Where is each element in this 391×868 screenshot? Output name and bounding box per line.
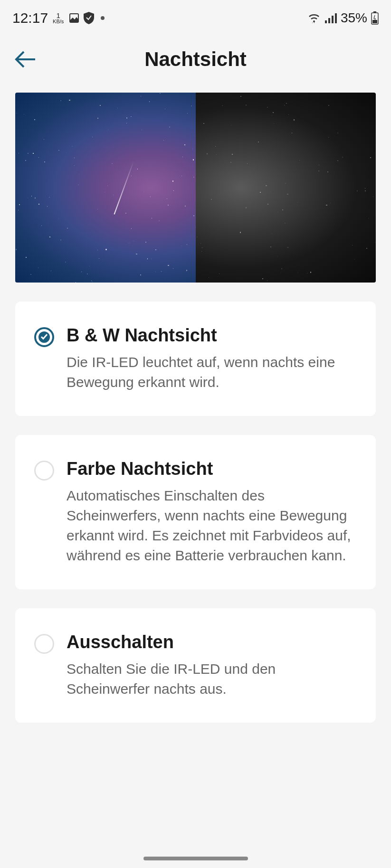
header: Nachtsicht [0, 33, 391, 85]
svg-rect-4 [332, 16, 334, 23]
signal-icon [324, 13, 337, 23]
status-time: 12:17 [12, 10, 48, 26]
notification-dot-icon [101, 16, 105, 20]
status-icons-left [68, 12, 105, 24]
option-desc: Automatisches Einschalten des Scheinwerf… [67, 486, 357, 566]
preview-color [15, 93, 196, 283]
status-bar: 12:17 1 KB/s ↓↑ 35% [0, 0, 391, 33]
check-icon [40, 333, 48, 340]
svg-text:↓↑: ↓↑ [311, 21, 315, 23]
status-left: 12:17 1 KB/s [12, 10, 105, 26]
image-icon [68, 12, 80, 24]
options-list: B & W Nachtsicht Die IR-LED leuchtet auf… [0, 302, 391, 723]
nav-bar-handle[interactable] [143, 857, 248, 860]
option-desc: Die IR-LED leuchtet auf, wenn nachts ein… [67, 352, 357, 392]
svg-rect-7 [373, 11, 376, 13]
option-content: Farbe Nachtsicht Automatisches Einschalt… [67, 459, 357, 566]
svg-rect-5 [335, 13, 337, 23]
kbs-value: 1 [57, 12, 60, 19]
status-right: ↓↑ 35% [307, 10, 379, 26]
meteor-icon [114, 160, 134, 214]
radio-unselected[interactable] [34, 634, 54, 654]
battery-icon [371, 11, 379, 25]
option-desc: Schalten Sie die IR-LED und den Scheinwe… [67, 659, 357, 699]
radio-unselected[interactable] [34, 461, 54, 481]
back-button[interactable] [13, 47, 37, 71]
option-title: B & W Nachtsicht [67, 325, 357, 346]
page-title: Nachtsicht [13, 48, 378, 71]
option-title: Ausschalten [67, 632, 357, 652]
radio-selected[interactable] [34, 327, 54, 347]
option-bw-nightvision[interactable]: B & W Nachtsicht Die IR-LED leuchtet auf… [15, 302, 376, 416]
battery-percent: 35% [341, 10, 367, 26]
option-color-nightvision[interactable]: Farbe Nachtsicht Automatisches Einschalt… [15, 435, 376, 589]
preview-bw [196, 93, 376, 283]
option-off[interactable]: Ausschalten Schalten Sie die IR-LED und … [15, 608, 376, 723]
status-kbs: 1 KB/s [53, 12, 64, 24]
wifi-icon: ↓↑ [307, 13, 321, 23]
kbs-unit: KB/s [53, 19, 64, 24]
preview-image [15, 93, 376, 283]
shield-icon [84, 12, 94, 24]
svg-rect-3 [328, 18, 330, 23]
option-content: B & W Nachtsicht Die IR-LED leuchtet auf… [67, 325, 357, 392]
option-title: Farbe Nachtsicht [67, 459, 357, 479]
option-content: Ausschalten Schalten Sie die IR-LED und … [67, 632, 357, 699]
svg-rect-2 [325, 20, 327, 23]
arrow-left-icon [14, 50, 36, 69]
